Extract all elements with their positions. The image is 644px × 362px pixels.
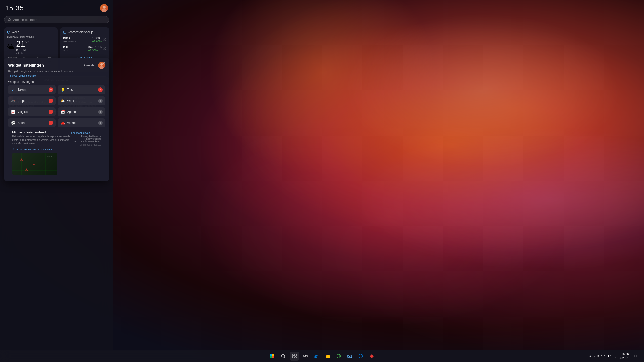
security-icon[interactable] xyxy=(356,352,365,361)
app-diamond-icon[interactable] xyxy=(367,352,376,361)
search-icon xyxy=(8,18,11,22)
ms-news-section: Microsoft-nieuwsfeed Het laatste nieuws … xyxy=(8,127,105,177)
weather-desc: Bewolkt xyxy=(16,49,29,52)
panel-avatar[interactable] xyxy=(100,4,108,12)
settings-title: Widgetinstellingen xyxy=(8,63,44,68)
verkeer-icon: 🚗 xyxy=(60,120,65,125)
weer-label: Weer xyxy=(67,99,74,103)
task-view-icon[interactable] xyxy=(301,352,310,361)
verkeer-label: Verkeer xyxy=(67,121,77,125)
privacy-link[interactable]: Privacyverklaring xyxy=(84,138,101,140)
widgets-section-title: Widgets toevoegen xyxy=(8,80,105,84)
weather-temp: 21 xyxy=(16,39,25,49)
esport-label: E-sport xyxy=(18,99,27,103)
weather-main: 🌥 21 °C Bewolkt ♦ 61% xyxy=(7,39,55,54)
agenda-label: Agenda xyxy=(67,110,77,114)
stock-info-dji[interactable]: ⓘ xyxy=(103,47,106,51)
gebruiksrecht-link-row: Gebruiksrechtovereenkomst xyxy=(71,140,101,143)
settings-close-button[interactable]: ✕ xyxy=(101,60,107,66)
svg-line-13 xyxy=(284,357,285,358)
start-menu-icon[interactable] xyxy=(268,352,277,361)
volglijst-icon: 📈 xyxy=(11,109,16,114)
verkeer-add-button[interactable]: + xyxy=(98,121,103,125)
notification-icon[interactable]: □ xyxy=(631,352,640,361)
taskbar: ∧ NLD 15:35 11-7-2021 □ xyxy=(0,350,644,362)
taskbar-right: ∧ NLD 15:35 11-7-2021 □ xyxy=(587,352,640,361)
sys-tray: ∧ NLD xyxy=(587,354,613,358)
svg-rect-18 xyxy=(303,355,305,356)
stock-info-inga[interactable]: ⓘ xyxy=(103,38,106,42)
taken-remove-button[interactable]: − xyxy=(49,87,53,92)
widget-item-volglijst[interactable]: 📈 Volglijst − xyxy=(8,107,56,116)
search-taskbar-icon[interactable] xyxy=(279,352,288,361)
file-explorer-icon[interactable] xyxy=(323,352,332,361)
feedback-link[interactable]: Feedback geven xyxy=(71,132,90,134)
language-label[interactable]: NLD xyxy=(593,355,599,358)
weer-icon: ⛅ xyxy=(60,98,65,103)
volume-icon[interactable] xyxy=(607,354,611,358)
widgets-icon[interactable] xyxy=(290,352,299,361)
widget-item-taken[interactable]: ✓ Taken − xyxy=(8,85,56,94)
weer-add-button[interactable]: + xyxy=(98,99,103,103)
agenda-icon: 📅 xyxy=(60,109,65,114)
svg-rect-16 xyxy=(292,356,294,358)
tips-remove-button[interactable]: − xyxy=(98,87,103,92)
svg-line-3 xyxy=(10,20,11,21)
svg-rect-5 xyxy=(63,31,66,33)
weather-menu-button[interactable]: ··· xyxy=(51,30,54,34)
stock-row-inga: INGA ING Groep N.V. 10,88 +2,68% ⓘ xyxy=(63,35,106,44)
stocks-card-title: Voorgesteld voor jou xyxy=(63,30,95,34)
news-map-image: ⚠ ⚠ ⚠ map xyxy=(12,153,57,175)
volglijst-label: Volglijst xyxy=(18,110,28,114)
taskbar-center xyxy=(268,352,376,361)
svg-rect-19 xyxy=(305,355,307,357)
settings-tips-link[interactable]: Tips voor widgets ophalen xyxy=(8,74,37,77)
edge-icon[interactable] xyxy=(312,352,321,361)
browser-icon[interactable] xyxy=(334,352,343,361)
stock-row-dji: DJI DOW 34.870,16 +1,30% ⓘ xyxy=(63,44,106,53)
svg-rect-14 xyxy=(292,354,294,355)
widget-item-agenda[interactable]: 📅 Agenda + xyxy=(58,107,105,116)
search-input[interactable] xyxy=(13,18,105,22)
tips-icon: 💡 xyxy=(60,87,65,92)
sign-out-label[interactable]: Afmelden xyxy=(83,64,96,67)
widget-item-verkeer[interactable]: 🚗 Verkeer + xyxy=(58,118,105,127)
svg-rect-21 xyxy=(326,355,327,356)
stocks-card-icon xyxy=(63,31,66,34)
sport-remove-button[interactable]: − xyxy=(49,121,53,125)
gebruiksrecht-link[interactable]: Gebruiksrechtovereenkomst xyxy=(73,140,101,143)
manage-news-link[interactable]: 🖊 Beheer uw nieuws en interesses xyxy=(12,148,101,151)
widget-item-weer[interactable]: ⛅ Weer + xyxy=(58,96,105,105)
widget-item-esport[interactable]: 🎮 E-sport − xyxy=(8,96,56,105)
weather-card-title: Weer xyxy=(7,30,19,34)
weather-humidity: ♦ 61% xyxy=(16,52,29,54)
search-bar[interactable] xyxy=(4,16,109,23)
svg-point-2 xyxy=(8,18,10,21)
ms-news-feedback-row: Microsoft-nieuwsfeed Het laatste nieuws … xyxy=(12,130,101,147)
weather-unit: °C xyxy=(25,40,29,44)
taskbar-time-display[interactable]: 15:35 11-7-2021 xyxy=(615,352,629,360)
sport-label: Sport xyxy=(18,121,25,125)
widget-item-sport[interactable]: ⚽ Sport − xyxy=(8,118,56,127)
sport-icon: ⚽ xyxy=(11,120,16,125)
ms-news-links: Privacydashboard ● Privacyverklaring xyxy=(71,135,101,140)
svg-rect-9 xyxy=(272,354,274,356)
svg-point-1 xyxy=(102,9,107,12)
mail-icon[interactable] xyxy=(345,352,354,361)
svg-rect-17 xyxy=(295,357,296,358)
volglijst-remove-button[interactable]: − xyxy=(49,110,53,114)
esport-remove-button[interactable]: − xyxy=(49,99,53,103)
weather-icon: 🌥 xyxy=(7,43,14,51)
privacy-dashboard-link[interactable]: Privacydashboard xyxy=(81,135,99,138)
weather-card-icon xyxy=(7,31,10,34)
svg-point-0 xyxy=(103,6,106,9)
wifi-icon[interactable] xyxy=(601,354,605,358)
stocks-menu-button[interactable]: ··· xyxy=(103,30,106,34)
panel-time: 15:35 xyxy=(5,4,24,12)
taken-icon: ✓ xyxy=(11,87,16,92)
widget-item-tips[interactable]: 💡 Tips − xyxy=(58,85,105,94)
panel-header: 15:35 xyxy=(0,0,113,14)
taken-label: Taken xyxy=(18,88,26,92)
chevron-up-icon[interactable]: ∧ xyxy=(589,354,591,358)
agenda-add-button[interactable]: + xyxy=(98,110,103,114)
